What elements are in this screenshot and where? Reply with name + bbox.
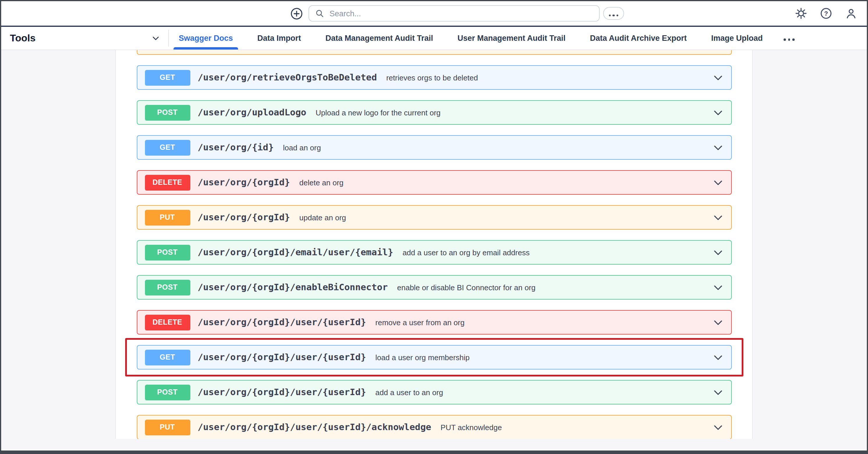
search-input[interactable] <box>328 8 593 18</box>
endpoint-row[interactable]: POST /user/org/{orgId}/user/{userId} add… <box>136 380 732 404</box>
page-content: GET /user/org/retrieveOrgsToBeDeleted re… <box>1 50 867 449</box>
add-button[interactable] <box>289 6 303 20</box>
endpoint-description: add a user to an org by email address <box>403 248 530 257</box>
endpoint-description: add a user to an org <box>375 388 443 397</box>
expand-chevron-icon[interactable] <box>712 282 723 293</box>
app-window: ? Tools Swagger Docs <box>0 0 868 454</box>
expand-chevron-icon[interactable] <box>712 177 723 188</box>
endpoint-row[interactable]: POST /user/org/{orgId}/enableBiConnector… <box>136 275 732 300</box>
endpoint-description: load an org <box>283 143 321 152</box>
tab-label: Data Import <box>257 34 301 42</box>
method-badge: DELETE <box>145 174 190 190</box>
expand-chevron-icon[interactable] <box>712 387 723 398</box>
chevron-down-icon <box>151 34 160 42</box>
tab-bar: Tools Swagger Docs Data Import Data Mana… <box>1 27 867 50</box>
tabs-overflow-button[interactable] <box>780 31 798 45</box>
tab-label: Image Upload <box>711 34 763 42</box>
endpoint-description: update an org <box>299 213 346 222</box>
endpoint-row[interactable]: PUT /user/org/{orgId} update an org <box>136 205 732 230</box>
endpoint-path: /user/org/{orgId}/user/{userId} <box>198 317 366 328</box>
plus-circle-icon <box>290 7 303 20</box>
endpoint-path: /user/org/{id} <box>198 142 274 153</box>
settings-button[interactable] <box>794 6 807 20</box>
endpoint-row[interactable]: GET /user/org/{id} load an org <box>136 135 732 160</box>
tab-strip: Swagger Docs Data Import Data Management… <box>169 27 763 50</box>
endpoint-row[interactable]: GET /user/org/retrieveOrgsToBeDeleted re… <box>136 65 732 90</box>
tab-data-management-audit-trail[interactable]: Data Management Audit Trail <box>326 27 433 50</box>
endpoint-description: retrieves orgs to be deleted <box>386 73 478 82</box>
top-header: ? <box>1 1 867 27</box>
tools-dropdown[interactable]: Tools <box>1 27 168 50</box>
expand-chevron-icon[interactable] <box>712 142 723 153</box>
endpoint-description: Upload a new logo for the current org <box>315 108 440 117</box>
method-badge: POST <box>145 245 190 260</box>
search-box[interactable] <box>309 5 600 22</box>
swagger-panel[interactable]: GET /user/org/retrieveOrgsToBeDeleted re… <box>115 50 753 439</box>
endpoint-path: /user/org/{orgId} <box>198 212 290 223</box>
endpoint-row[interactable]: PUT /user/org/{orgId}/user/{userId}/ackn… <box>136 415 732 439</box>
expand-chevron-icon[interactable] <box>712 72 723 83</box>
expand-chevron-icon[interactable] <box>712 352 723 363</box>
endpoint-path: /user/org/{orgId}/enableBiConnector <box>198 282 388 292</box>
tab-user-management-audit-trail[interactable]: User Management Audit Trail <box>458 27 565 50</box>
endpoint-row[interactable]: DELETE /user/org/{orgId}/user/{userId} r… <box>136 310 732 335</box>
endpoint-description: PUT acknowledge <box>441 423 502 431</box>
endpoint-path: /user/org/uploadLogo <box>198 107 306 118</box>
endpoint-description: load a user org membership <box>375 353 470 362</box>
endpoint-description: enable or disable BI Connector for an or… <box>397 283 535 292</box>
method-badge: POST <box>145 385 190 400</box>
user-icon <box>844 7 857 20</box>
tab-label: User Management Audit Trail <box>458 34 565 42</box>
method-badge: GET <box>145 140 190 155</box>
method-badge: PUT <box>145 419 190 435</box>
endpoint-path: /user/org/{orgId} <box>198 177 290 188</box>
endpoint-row[interactable]: POST /user/org/uploadLogo Upload a new l… <box>136 100 732 125</box>
help-icon: ? <box>819 7 832 20</box>
search-icon <box>315 9 324 18</box>
expand-chevron-icon[interactable] <box>712 317 723 328</box>
highlight-annotation: GET /user/org/{orgId}/user/{userId} load… <box>125 338 743 376</box>
endpoint-path: /user/org/{orgId}/user/{userId} <box>198 352 366 363</box>
expand-chevron-icon[interactable] <box>712 212 723 223</box>
header-actions: ? <box>794 6 858 20</box>
endpoint-row[interactable]: POST /user/org/{orgId}/email/user/{email… <box>136 240 732 264</box>
method-badge: GET <box>145 349 190 365</box>
tab-image-upload[interactable]: Image Upload <box>711 27 763 50</box>
search-options-button[interactable] <box>603 7 624 20</box>
endpoint-list: GET /user/org/retrieveOrgsToBeDeleted re… <box>136 50 732 439</box>
endpoint-row[interactable]: DELETE /user/org/{orgId} delete an org <box>136 170 732 195</box>
tools-dropdown-label: Tools <box>10 32 35 44</box>
svg-text:?: ? <box>824 10 828 17</box>
tab-label: Data Audit Archive Export <box>590 34 687 42</box>
endpoint-path: /user/org/retrieveOrgsToBeDeleted <box>198 72 377 83</box>
method-badge: GET <box>145 69 190 85</box>
tab-label: Data Management Audit Trail <box>326 34 433 42</box>
method-badge: POST <box>145 105 190 120</box>
tab-label: Swagger Docs <box>179 34 233 42</box>
method-badge: POST <box>145 280 190 295</box>
endpoint-path: /user/org/{orgId}/user/{userId} <box>198 387 366 397</box>
gear-icon <box>794 7 807 20</box>
partial-endpoint-row[interactable] <box>136 50 732 55</box>
ellipsis-icon <box>608 8 619 19</box>
endpoint-description: remove a user from an org <box>375 318 465 327</box>
endpoint-description: delete an org <box>299 178 343 187</box>
method-badge: DELETE <box>145 314 190 330</box>
endpoint-path: /user/org/{orgId}/user/{userId}/acknowle… <box>198 422 431 432</box>
user-menu-button[interactable] <box>844 6 858 20</box>
endpoint-row[interactable]: GET /user/org/{orgId}/user/{userId} load… <box>136 345 732 369</box>
help-button[interactable]: ? <box>819 6 833 20</box>
method-badge: PUT <box>145 209 190 225</box>
tab-data-import[interactable]: Data Import <box>257 27 301 50</box>
expand-chevron-icon[interactable] <box>712 247 723 258</box>
tab-data-audit-archive-export[interactable]: Data Audit Archive Export <box>590 27 687 50</box>
expand-chevron-icon[interactable] <box>712 107 723 118</box>
expand-chevron-icon[interactable] <box>712 422 723 433</box>
tab-swagger-docs[interactable]: Swagger Docs <box>179 27 233 50</box>
endpoint-path: /user/org/{orgId}/email/user/{email} <box>198 247 393 258</box>
